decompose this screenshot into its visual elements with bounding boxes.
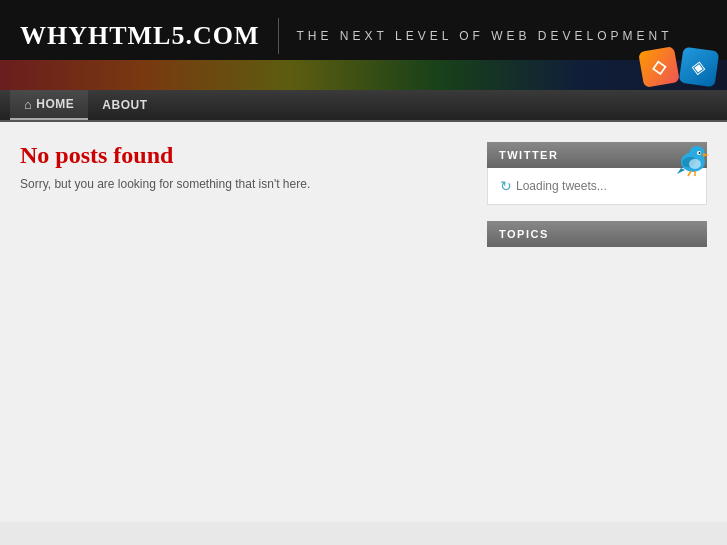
topics-widget-title: Topics bbox=[487, 221, 707, 247]
loading-tweets-text: Loading tweets... bbox=[516, 179, 607, 193]
loading-spinner-icon: ↻ bbox=[500, 178, 512, 194]
home-icon: ⌂ bbox=[24, 97, 32, 112]
sidebar: Twitter bbox=[487, 142, 707, 502]
twitter-widget-title: Twitter bbox=[487, 142, 707, 168]
svg-marker-7 bbox=[677, 168, 685, 174]
twitter-widget: Twitter bbox=[487, 142, 707, 205]
header-divider bbox=[278, 18, 279, 54]
nav-label-home: Home bbox=[36, 97, 74, 111]
site-title-html5: HTML5 bbox=[88, 21, 185, 50]
topics-label: Topics bbox=[499, 228, 549, 240]
svg-line-8 bbox=[688, 171, 691, 176]
nav-item-about[interactable]: About bbox=[88, 90, 161, 120]
no-posts-message: Sorry, but you are looking for something… bbox=[20, 177, 467, 191]
twitter-bird-icon bbox=[671, 138, 713, 180]
site-title-why: Why bbox=[20, 21, 88, 50]
site-header: WhyHTML5.com The Next Level of Web Devel… bbox=[0, 0, 727, 90]
nav-label-about: About bbox=[102, 98, 147, 112]
header-icon-orange: ◇ bbox=[638, 46, 680, 88]
svg-point-5 bbox=[699, 152, 701, 154]
main-content: No posts found Sorry, but you are lookin… bbox=[20, 142, 467, 502]
nav-item-home[interactable]: ⌂ Home bbox=[10, 90, 88, 120]
content-wrapper: No posts found Sorry, but you are lookin… bbox=[0, 122, 727, 522]
svg-marker-3 bbox=[703, 153, 709, 157]
tagline: The Next Level of Web Development bbox=[297, 29, 673, 43]
svg-point-10 bbox=[689, 159, 701, 169]
site-title-com: .com bbox=[185, 21, 259, 50]
loading-tweets: ↻ Loading tweets... bbox=[500, 178, 694, 194]
navigation: ⌂ Home About bbox=[0, 90, 727, 122]
header-icons: ◇ ◈ bbox=[641, 49, 717, 85]
site-title: WhyHTML5.com bbox=[20, 21, 260, 51]
topics-widget: Topics bbox=[487, 221, 707, 247]
twitter-label: Twitter bbox=[499, 149, 558, 161]
no-posts-title: No posts found bbox=[20, 142, 467, 169]
header-background bbox=[0, 60, 727, 90]
header-icon-blue: ◈ bbox=[679, 47, 720, 88]
